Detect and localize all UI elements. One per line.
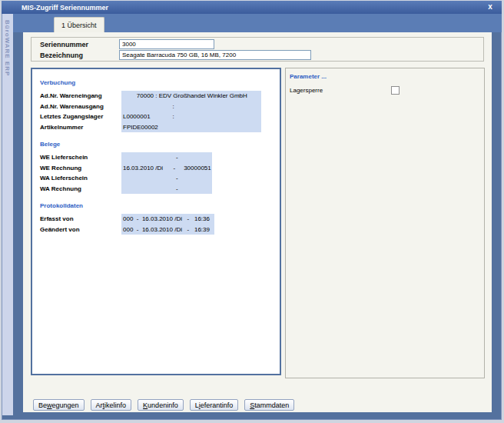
table-row: Ad.Nr. Wareneingang 70000 : EDV Großhand… (40, 91, 280, 102)
row-value-field: 16.03.2010 /Di - 30000051 (121, 163, 212, 174)
button-label: tammdaten (254, 401, 289, 409)
row-value-field: 000 - 16.03.2010 /Di - 16:39 (121, 225, 214, 235)
button-label: eferantinfo (201, 401, 234, 409)
lagersperre-row: Lagersperre (290, 86, 484, 95)
row-label: Ad.Nr. Wareneingang (40, 91, 121, 102)
row-label: Artikelnummer (40, 122, 121, 133)
row-value-field: L0000001 : (121, 112, 261, 122)
seriennummer-label: Seriennummer (40, 40, 88, 50)
kundeninfo-button[interactable]: Kundeninfo (138, 399, 184, 411)
row-value-field: 000 - 16.03.2010 /Di - 16:36 (121, 214, 214, 225)
footer-buttons: Bewegungen Artikelinfo Kundeninfo Liefer… (33, 399, 294, 411)
parameter-title: Parameter ... (290, 73, 484, 80)
section-verbuchung: Verbuchung Ad.Nr. Wareneingang 70000 : E… (40, 79, 280, 132)
artikelinfo-button[interactable]: Artikelinfo (91, 399, 132, 411)
row-value-field: FPIDE00002 (121, 122, 261, 133)
seriennummer-input[interactable] (119, 39, 214, 49)
parameter-panel: Parameter ... Lagersperre (285, 68, 485, 378)
bezeichnung-label: Bezeichnung (40, 51, 83, 61)
button-label: undeninfo (148, 401, 178, 409)
row-label: WA Lieferschein (40, 173, 121, 184)
section-belege: Belege WE Lieferschein - WE Rechnung 16.… (40, 141, 280, 194)
row-label: Geändert von (40, 225, 121, 235)
row-value-field: : (121, 102, 261, 112)
button-label: egungen (52, 401, 79, 409)
row-label: Erfasst von (40, 214, 121, 225)
row-label: WA Rechnung (40, 184, 121, 195)
table-row: Letztes Zugangslager L0000001 : (40, 112, 280, 122)
table-row: WE Lieferschein - (40, 152, 280, 163)
section-title: Verbuchung (40, 79, 280, 86)
brand-label: BüroWARE ERP (4, 20, 11, 76)
table-row: WA Lieferschein - (40, 173, 280, 184)
row-label: WE Lieferschein (40, 152, 121, 163)
button-label: ikelinfo (104, 401, 126, 409)
bezeichnung-input[interactable] (119, 50, 311, 60)
row-value-field: - (121, 152, 212, 163)
table-row: Geändert von 000 - 16.03.2010 /Di - 16:3… (40, 225, 280, 235)
section-title: Protokolldaten (40, 202, 280, 209)
table-row: Artikelnummer FPIDE00002 (40, 122, 280, 133)
table-row: Ad.Nr. Warenausgang : (40, 102, 280, 112)
lagersperre-label: Lagersperre (290, 87, 391, 94)
table-row: Erfasst von 000 - 16.03.2010 /Di - 16:36 (40, 214, 280, 225)
section-title: Belege (40, 141, 280, 148)
row-label: Ad.Nr. Warenausgang (40, 102, 121, 112)
button-label: Be (38, 401, 47, 409)
close-icon[interactable]: x (486, 2, 495, 12)
row-value-field: 70000 : EDV Großhandel Winkler GmbH (121, 91, 261, 102)
row-value-field: - (121, 184, 212, 195)
row-label: Letztes Zugangslager (40, 112, 121, 122)
lieferantinfo-button[interactable]: Lieferantinfo (190, 399, 239, 411)
table-row: WA Rechnung - (40, 184, 280, 195)
lagersperre-checkbox[interactable] (391, 86, 400, 95)
section-protokolldaten: Protokolldaten Erfasst von 000 - 16.03.2… (40, 202, 280, 235)
tab-uebersicht[interactable]: 1 Übersicht (54, 17, 104, 32)
row-value-field: - (121, 173, 212, 184)
bewegungen-button[interactable]: Bewegungen (33, 399, 85, 411)
stammdaten-button[interactable]: Stammdaten (244, 399, 294, 411)
row-label: WE Rechnung (40, 163, 121, 174)
table-row: WE Rechnung 16.03.2010 /Di - 30000051 (40, 163, 280, 174)
brand-strip: BüroWARE ERP (2, 14, 13, 415)
button-label: Ar (96, 401, 103, 409)
overview-panel: Verbuchung Ad.Nr. Wareneingang 70000 : E… (31, 68, 281, 375)
window-title: MIS-Zugriff Seriennummer (22, 4, 108, 12)
titlebar[interactable]: MIS-Zugriff Seriennummer (2, 1, 502, 14)
